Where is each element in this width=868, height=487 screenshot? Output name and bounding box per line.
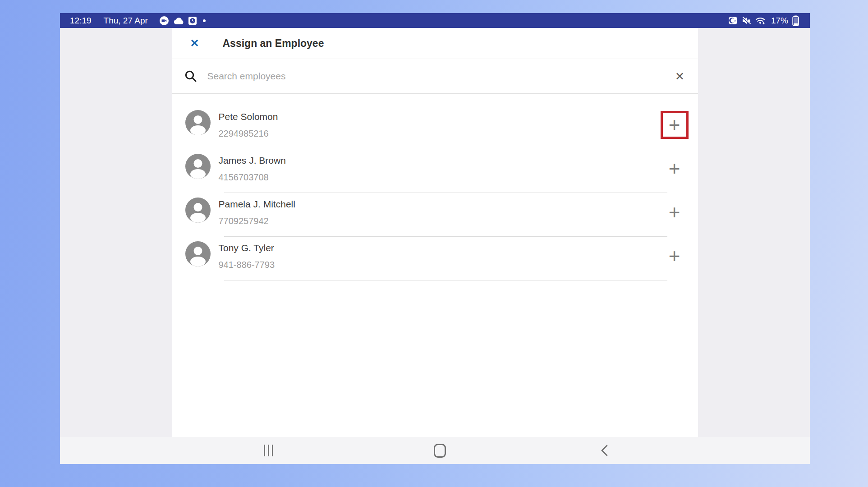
employee-name: James J. Brown — [219, 155, 286, 166]
employee-name: Pamela J. Mitchell — [219, 199, 295, 210]
clear-search-icon[interactable]: ✕ — [672, 71, 688, 82]
add-employee-button[interactable]: + — [664, 245, 685, 267]
battery-icon — [792, 15, 799, 26]
status-time: 12:19 — [70, 16, 92, 26]
avatar-icon — [185, 154, 211, 181]
wifi-icon — [755, 16, 766, 25]
employee-phone: 4156703708 — [219, 172, 286, 183]
battery-saver-icon — [729, 16, 737, 25]
add-employee-button[interactable]: + — [664, 202, 685, 223]
tablet-screen: 12:19 Thu, 27 Apr 17% — [60, 13, 810, 464]
employee-name: Pete Solomon — [219, 111, 278, 122]
search-input[interactable] — [207, 71, 672, 82]
search-icon — [184, 69, 197, 83]
add-employee-button[interactable]: + — [664, 158, 685, 179]
assign-employee-dialog: ✕ Assign an Employee ✕ Pete Solomon — [172, 28, 698, 437]
employee-row[interactable]: Pete Solomon 2294985216 + — [172, 106, 698, 149]
employee-row[interactable]: Pamela J. Mitchell 7709257942 + — [172, 193, 698, 237]
close-icon[interactable]: ✕ — [186, 38, 204, 49]
app-background: ✕ Assign an Employee ✕ Pete Solomon — [60, 28, 810, 437]
search-bar: ✕ — [172, 59, 698, 94]
employee-list: Pete Solomon 2294985216 + James J. Brown… — [172, 94, 698, 437]
notification-dot-icon — [203, 19, 206, 22]
employee-phone: 2294985216 — [219, 129, 278, 139]
employee-row[interactable]: Tony G. Tyler 941-886-7793 + — [172, 237, 698, 280]
video-call-notification-icon — [159, 16, 169, 26]
battery-percent: 17% — [771, 16, 788, 26]
home-button[interactable] — [422, 437, 458, 464]
avatar-icon — [185, 241, 211, 268]
mute-icon — [741, 16, 751, 26]
back-button[interactable] — [586, 437, 622, 464]
add-employee-button[interactable]: + — [664, 114, 685, 136]
row-divider — [224, 280, 667, 280]
employee-name: Tony G. Tyler — [219, 243, 275, 253]
screen-record-notification-icon — [188, 16, 197, 25]
status-date: Thu, 27 Apr — [104, 16, 148, 26]
employee-phone: 7709257942 — [219, 216, 295, 226]
status-bar: 12:19 Thu, 27 Apr 17% — [60, 13, 810, 28]
back-icon — [599, 444, 609, 457]
dialog-title: Assign an Employee — [223, 37, 324, 50]
employee-phone: 941-886-7793 — [219, 260, 275, 270]
employee-row[interactable]: James J. Brown 4156703708 + — [172, 149, 698, 193]
home-icon — [434, 444, 446, 458]
cloud-notification-icon — [173, 17, 184, 25]
recents-icon — [264, 445, 273, 456]
avatar-icon — [185, 198, 211, 225]
android-nav-bar — [60, 437, 810, 464]
recents-button[interactable] — [250, 437, 286, 464]
dialog-header: ✕ Assign an Employee — [172, 28, 698, 59]
avatar-icon — [185, 110, 211, 137]
